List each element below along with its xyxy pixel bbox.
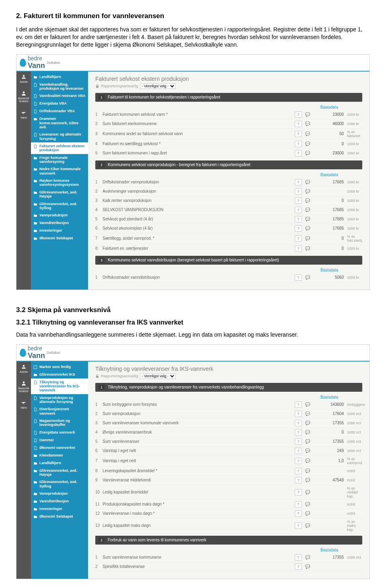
help-button[interactable]: ?	[295, 510, 302, 517]
help-button[interactable]: ?	[295, 489, 302, 495]
sidebar-item[interactable]: Marker som ferdig	[31, 363, 88, 371]
responsible-select[interactable]: - Vennligst velg -	[140, 83, 176, 89]
sidebar-item[interactable]: Energidata VBA	[31, 100, 88, 107]
help-button[interactable]: ?	[295, 401, 302, 408]
comment-icon[interactable]: 💬	[305, 430, 312, 434]
sidebar-item[interactable]: Glitrevannverket, avd. Røysjø	[31, 189, 88, 200]
comment-icon[interactable]: 💬	[305, 198, 312, 203]
comment-icon[interactable]: 💬	[305, 151, 312, 155]
sidebar-item[interactable]: Energidata vannverk	[31, 429, 88, 436]
comment-icon[interactable]: 💬	[305, 112, 312, 117]
sidebar-item[interactable]: Investeringer	[31, 227, 88, 234]
rail-bedreva[interactable]: BedreVA brukere	[16, 380, 31, 393]
comment-icon[interactable]: 💬	[305, 142, 312, 146]
help-button[interactable]: ?	[295, 554, 302, 561]
help-button[interactable]: ?	[295, 141, 302, 147]
help-button[interactable]: ?	[295, 150, 302, 156]
sidebar-item[interactable]: Glitrevannverket, avd. Røysjø	[31, 467, 88, 479]
sidebar-item[interactable]: Tilknytning og vannleveranser fra IKS-va…	[31, 378, 88, 394]
comment-icon[interactable]: 💬	[305, 478, 312, 482]
comment-icon[interactable]: 💬	[305, 189, 312, 193]
rail-vann[interactable]: Vann	[21, 400, 27, 409]
sidebar-item[interactable]: Vannkvalitet rentvann VBA	[31, 92, 88, 100]
sidebar-item[interactable]: Magasinvolum og leveringsbuffer	[31, 417, 88, 429]
sidebar-item[interactable]: Økonomi Selskapet	[31, 513, 88, 520]
rail-bedreva[interactable]: BedreVA brukere	[16, 90, 31, 103]
help-button[interactable]: ?	[295, 429, 302, 436]
comment-icon[interactable]: 💬	[305, 217, 312, 221]
help-button[interactable]: ?	[295, 477, 302, 483]
comment-icon[interactable]: 💬	[305, 246, 312, 251]
help-button[interactable]: ?	[295, 207, 302, 213]
help-button[interactable]: ?	[295, 501, 302, 508]
rail-admin[interactable]: Admin	[20, 364, 28, 373]
sidebar-item[interactable]: Investeringer	[31, 505, 88, 513]
comment-icon[interactable]: 💬	[305, 564, 312, 569]
comment-icon[interactable]: 💬	[305, 421, 312, 425]
comment-icon[interactable]: 💬	[305, 490, 312, 494]
help-button[interactable]: ?	[295, 411, 302, 417]
sidebar-item[interactable]: Glitrevannverket, avd. Sylling	[31, 200, 88, 212]
comment-icon[interactable]: 💬	[305, 402, 312, 407]
sidebar-item[interactable]: Glitrevannverket, avd. Sylling	[31, 478, 88, 490]
comment-icon[interactable]: 💬	[305, 523, 312, 528]
sidebar-item[interactable]: Kleivdammen	[31, 452, 88, 459]
sidebar-item[interactable]: Distribusjonsnett vannverk	[31, 405, 88, 417]
help-button[interactable]: ?	[295, 179, 302, 185]
comment-icon[interactable]: 💬	[305, 555, 312, 559]
comment-icon[interactable]: 💬	[305, 121, 312, 126]
help-button[interactable]: ?	[295, 216, 302, 222]
sidebar-item[interactable]: Vannbehandling, produksjon og leveranser	[31, 81, 88, 93]
help-button[interactable]: ?	[295, 274, 302, 281]
responsible-select[interactable]: - Vennligst velg -	[140, 373, 176, 379]
help-button[interactable]: ?	[295, 438, 302, 445]
sidebar-item[interactable]: Leveranser og alternativ forsyning	[31, 131, 88, 142]
sidebar-item[interactable]: Fakturert selvkost ekstern produksjon	[31, 142, 88, 154]
comment-icon[interactable]: 💬	[305, 439, 312, 444]
sidebar-item[interactable]: Nedre Eiker kommunale vannverk	[31, 165, 88, 177]
comment-icon[interactable]: 💬	[305, 502, 312, 506]
help-button[interactable]: ?	[295, 235, 302, 242]
comment-icon[interactable]: 💬	[305, 458, 312, 463]
help-button[interactable]: ?	[295, 458, 302, 464]
sidebar-item[interactable]: Økonomi Selskapet	[31, 234, 88, 242]
rail-admin[interactable]: Admin	[20, 74, 28, 83]
comment-icon[interactable]: 💬	[305, 511, 312, 516]
help-button[interactable]: ?	[295, 420, 302, 426]
help-button[interactable]: ?	[295, 131, 302, 137]
help-button[interactable]: ?	[295, 522, 302, 529]
comment-icon[interactable]: 💬	[305, 411, 312, 416]
comment-icon[interactable]: 💬	[305, 448, 312, 453]
sidebar-item[interactable]: Drammen komm.vannverk, Glitre avd.	[31, 115, 88, 131]
rail-vann[interactable]: Vann	[21, 110, 27, 119]
sidebar-item[interactable]: Vannproduksjon	[31, 490, 88, 498]
sidebar-item[interactable]: Røyken komunes vannforsyningssystem	[31, 177, 88, 189]
help-button[interactable]: ?	[295, 121, 302, 127]
help-button[interactable]: ?	[295, 448, 302, 454]
comment-icon[interactable]: 💬	[305, 469, 312, 473]
help-button[interactable]: ?	[295, 563, 302, 570]
sidebar-item[interactable]: Vanndistribusjon	[31, 219, 88, 227]
comment-icon[interactable]: 💬	[305, 180, 312, 184]
comment-icon[interactable]: 💬	[305, 275, 312, 280]
sidebar-item[interactable]: Vanndistribusjon	[31, 498, 88, 505]
sidebar-item[interactable]: Økonomi vannverket	[31, 444, 88, 452]
comment-icon[interactable]: 💬	[305, 236, 312, 241]
comment-icon[interactable]: 💬	[305, 132, 312, 136]
help-button[interactable]: ?	[295, 468, 302, 474]
help-button[interactable]: ?	[295, 188, 302, 195]
comment-icon[interactable]: 💬	[305, 208, 312, 212]
sidebar-item[interactable]: Landfalltjern	[31, 73, 88, 81]
help-button[interactable]: ?	[295, 245, 302, 252]
sidebar-item[interactable]: Dammer	[31, 436, 88, 444]
sidebar-item[interactable]: Landfalltjern	[31, 459, 88, 467]
sidebar-item[interactable]: Driftskostnader VBA	[31, 107, 88, 115]
sidebar-item[interactable]: Glitrevannverket IKS	[31, 371, 88, 378]
sidebar-item[interactable]: Vannproduksjon og alternativ forsyning	[31, 394, 88, 406]
comment-icon[interactable]: 💬	[305, 226, 312, 230]
help-button[interactable]: ?	[295, 197, 302, 204]
sidebar-item[interactable]: Frogn komunale vannforsyning	[31, 154, 88, 166]
help-button[interactable]: ?	[295, 225, 302, 232]
sidebar-item[interactable]: Vannproduksjon	[31, 212, 88, 219]
help-button[interactable]: ?	[295, 111, 302, 118]
